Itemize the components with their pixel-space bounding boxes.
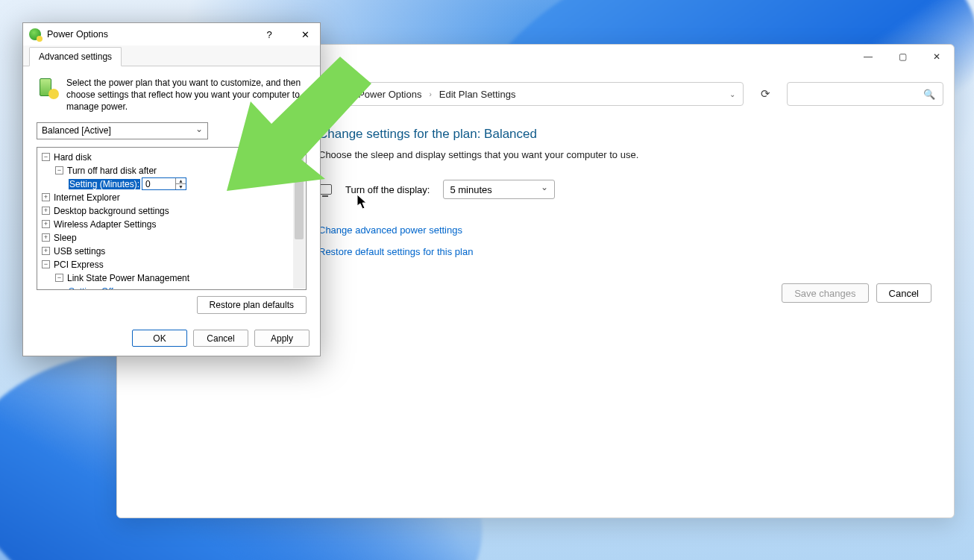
tree-item-hard-disk[interactable]: Hard disk: [54, 152, 92, 163]
apply-button[interactable]: Apply: [254, 330, 310, 347]
dropdown-value: 5 minutes: [450, 184, 491, 195]
tree-item-lspm-setting: Setting: Off: [39, 285, 306, 290]
tree-item-turn-off-hd[interactable]: Turn off hard disk after: [67, 166, 157, 176]
close-button[interactable]: ✕: [920, 45, 954, 69]
display-label: Turn off the display:: [345, 184, 430, 195]
lspm-setting-label: Setting:: [69, 286, 99, 290]
page-subtitle: Choose the sleep and display settings th…: [318, 149, 954, 160]
collapse-icon[interactable]: −: [42, 260, 50, 268]
maximize-button[interactable]: ▢: [885, 45, 920, 69]
change-advanced-link[interactable]: Change advanced power settings: [318, 224, 462, 236]
restore-defaults-link[interactable]: Restore default settings for this plan: [318, 246, 473, 257]
cancel-button[interactable]: Cancel: [193, 330, 248, 347]
tree-item-desktop-bg[interactable]: Desktop background settings: [54, 206, 169, 216]
collapse-icon[interactable]: −: [55, 274, 63, 282]
refresh-button[interactable]: ⟳: [753, 81, 778, 107]
dialog-intro-text: Select the power plan that you want to c…: [66, 77, 307, 113]
power-plan-select[interactable]: Balanced [Active]: [37, 122, 208, 139]
collapse-icon[interactable]: −: [42, 153, 50, 161]
power-options-icon: [29, 28, 41, 40]
minimize-button[interactable]: —: [851, 45, 885, 69]
setting-minutes-label: Setting (Minutes):: [69, 179, 140, 189]
chevron-right-icon: ›: [348, 90, 351, 98]
tree-item-sleep[interactable]: Sleep: [54, 233, 77, 243]
tab-advanced-settings[interactable]: Advanced settings: [29, 47, 122, 66]
tree-item-hd-setting: Setting (Minutes): ▲▼: [39, 177, 306, 191]
tree-item-pci[interactable]: PCI Express: [54, 259, 104, 270]
ok-button[interactable]: OK: [132, 330, 187, 347]
expand-icon[interactable]: +: [42, 193, 50, 201]
breadcrumb-item[interactable]: Edit Plan Settings: [439, 89, 516, 100]
chevron-right-icon: ›: [429, 90, 431, 98]
tree-item-usb[interactable]: USB settings: [54, 246, 105, 257]
expand-icon[interactable]: +: [42, 233, 50, 242]
save-changes-button[interactable]: Save changes: [782, 283, 868, 303]
lspm-setting-value[interactable]: Off: [101, 286, 113, 290]
help-button[interactable]: ?: [254, 23, 284, 45]
dialog-titlebar[interactable]: Power Options ? ✕: [23, 23, 320, 45]
chevron-down-icon[interactable]: ⌄: [729, 90, 735, 98]
display-setting-row: Turn off the display: 5 minutes: [318, 180, 954, 199]
tree-item-ie[interactable]: Internet Explorer: [54, 192, 120, 203]
tree-item-lspm[interactable]: Link State Power Management: [67, 273, 189, 283]
scrollbar[interactable]: [293, 148, 305, 289]
expand-icon[interactable]: +: [42, 247, 50, 255]
power-options-dialog: Power Options ? ✕ Advanced settings Sele…: [22, 22, 321, 356]
search-input[interactable]: 🔍: [787, 82, 943, 106]
page-title: Change settings for the plan: Balanced: [318, 127, 954, 142]
display-timeout-dropdown[interactable]: 5 minutes: [443, 180, 555, 199]
restore-plan-defaults-button[interactable]: Restore plan defaults: [197, 296, 307, 314]
cancel-button[interactable]: Cancel: [876, 283, 931, 303]
battery-plug-icon: [37, 77, 59, 99]
search-icon: 🔍: [923, 89, 935, 100]
tab-strip: Advanced settings: [23, 45, 320, 66]
expand-icon[interactable]: +: [42, 207, 50, 215]
breadcrumb-item[interactable]: Power Options: [358, 89, 421, 100]
expand-icon[interactable]: +: [42, 220, 50, 228]
plan-select-value: Balanced [Active]: [42, 125, 111, 136]
spinner-control[interactable]: ▲▼: [175, 178, 186, 189]
dialog-title: Power Options: [47, 29, 108, 40]
collapse-icon[interactable]: −: [55, 166, 63, 174]
tree-item-wireless[interactable]: Wireless Adapter Settings: [54, 219, 156, 230]
setting-minutes-input[interactable]: [142, 178, 175, 189]
dialog-close-button[interactable]: ✕: [290, 23, 320, 45]
settings-tree[interactable]: −Hard disk −Turn off hard disk after Set…: [37, 147, 307, 290]
